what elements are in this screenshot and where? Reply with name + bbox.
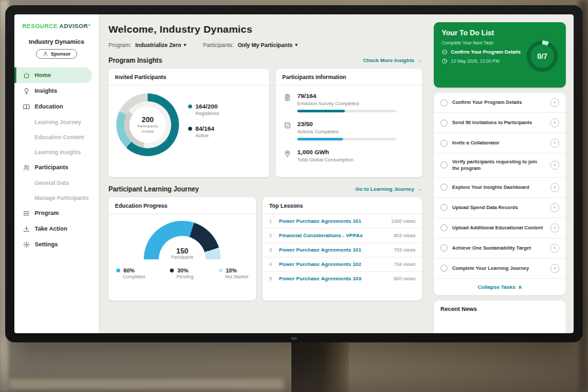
task-checkbox[interactable] (440, 140, 448, 147)
sidebar-item-label: Learning Insights (35, 149, 81, 155)
task-checkbox[interactable] (440, 244, 448, 252)
sidebar-item-general-data[interactable]: General Data (14, 175, 99, 190)
go-to-learning-journey-link[interactable]: Go to Learning Journey → (355, 186, 422, 192)
task-row[interactable]: Upload Spend Data Records › (434, 198, 566, 218)
participants-filter-label: Participants: (203, 42, 234, 48)
people-icon (23, 164, 30, 171)
program-filter-dropdown[interactable]: Industrialize Zero ▾ (135, 42, 186, 48)
stat-value: 1,000 GWh (297, 148, 353, 155)
task-checkbox[interactable] (440, 224, 448, 231)
program-filter-label: Program: (108, 42, 131, 48)
sidebar-item-education[interactable]: Education (14, 99, 99, 114)
legend-value: 30% (177, 267, 188, 274)
lesson-rank: 2 (269, 233, 274, 238)
task-row[interactable]: Explore Your Insights Dashboard › (434, 178, 566, 198)
chevron-right-icon[interactable]: › (550, 139, 559, 148)
lesson-views: 803 views (394, 233, 416, 238)
chevron-right-icon[interactable]: › (550, 223, 559, 233)
check-more-insights-link[interactable]: Check More Insights → (363, 57, 422, 63)
sidebar-item-label: Education (35, 103, 63, 110)
stat-row: 79/164 Emission Survey Completed (284, 92, 414, 112)
chevron-right-icon[interactable]: › (550, 161, 559, 170)
lesson-link[interactable]: Financial Considerations - VPPAs (279, 233, 389, 238)
program-insights-header: Program Insights Check More Insights → (108, 57, 422, 64)
task-row[interactable]: Verify participants requesting to join t… (434, 154, 566, 178)
sidebar-item-settings[interactable]: Settings (14, 237, 99, 252)
task-row[interactable]: Send 50 Invitations to Participants › (434, 113, 566, 133)
task-row[interactable]: Invite a Collaborator › (434, 133, 566, 154)
task-label: Complete Your Learning Journey (452, 265, 546, 272)
chevron-right-icon[interactable]: › (550, 183, 559, 192)
education-gauge-chart: 150 Participants (144, 221, 221, 259)
invited-participants-card: Invited Participants 200 Participants In… (108, 69, 269, 177)
lesson-link[interactable]: Power Purchase Agreements 101 (279, 247, 389, 253)
lesson-link[interactable]: Power Purchase Agreements 102 (279, 261, 389, 267)
chevron-right-icon[interactable]: › (550, 264, 559, 273)
task-checkbox[interactable] (440, 265, 448, 272)
task-label: Invite a Collaborator (452, 140, 546, 146)
legend-item: 164/200 Registered (188, 103, 219, 116)
sidebar-item-manage-participants[interactable]: Manage Participants (14, 190, 99, 205)
main-content: Welcome, Industry Dynamics Program: Indu… (99, 14, 429, 333)
task-checkbox[interactable] (440, 120, 448, 127)
task-checkbox[interactable] (440, 161, 448, 169)
link-label: Check More Insights (363, 57, 414, 63)
sidebar-item-take-action[interactable]: Take Action (14, 221, 99, 237)
lesson-link[interactable]: Power Purchase Agreements 103 (279, 276, 389, 282)
task-checkbox[interactable] (440, 204, 448, 211)
chevron-right-icon[interactable]: › (550, 244, 559, 253)
legend-dot (188, 127, 192, 131)
section-title: Participant Learning Journey (108, 186, 199, 193)
task-label: Upload Additional Educational Content (452, 225, 546, 231)
lesson-link[interactable]: Power Purchase Agreements 101 (279, 218, 386, 224)
legend-item: 60% Completed (116, 267, 145, 279)
sponsor-label: Sponsor (51, 51, 71, 57)
program-filter-value: Industrialize Zero (135, 42, 181, 48)
stat-label: Emission Survey Completed (297, 101, 397, 106)
home-icon (23, 72, 30, 79)
sidebar-item-participants[interactable]: Participants (14, 159, 99, 175)
learning-journey-header: Participant Learning Journey Go to Learn… (108, 186, 422, 193)
link-label: Go to Learning Journey (355, 186, 414, 192)
legend-label: Registered (195, 110, 219, 116)
task-row[interactable]: Achieve One Sustainability Target › (434, 238, 566, 259)
legend-item: 84/164 Active (188, 125, 219, 139)
card-title: Education Progress (108, 197, 256, 214)
participants-filter-dropdown[interactable]: Only My Participants ▾ (238, 42, 298, 48)
donut-center: 200 Participants Invited (129, 106, 166, 143)
collapse-tasks-button[interactable]: Collapse Tasks ∧ (434, 279, 566, 295)
person-icon (42, 51, 48, 57)
todo-progress-ring: 0/7 (527, 41, 558, 72)
sidebar-item-program[interactable]: Program (14, 205, 99, 221)
task-checkbox[interactable] (440, 184, 448, 191)
chevron-right-icon[interactable]: › (550, 118, 559, 127)
task-row[interactable]: Confirm Your Program Details › (434, 93, 566, 113)
task-row[interactable]: Complete Your Learning Journey › (434, 259, 566, 279)
lesson-rank: 1 (269, 218, 274, 224)
section-title: Program Insights (108, 57, 162, 64)
task-label: Send 50 Invitations to Participants (452, 120, 546, 126)
background-desk-strip (9, 379, 284, 389)
dashboard-screen: RESOURCE ADVISOR+ Industry Dynamics Spon… (14, 14, 574, 333)
sidebar-item-label: Learning Journey (35, 119, 81, 125)
stat-value: 23/50 (297, 120, 397, 127)
lesson-views: 734 views (394, 261, 416, 267)
card-title: Participants Information (276, 69, 422, 86)
list-icon (23, 210, 30, 217)
education-progress-card: Education Progress 150 Participants 60% (108, 197, 256, 301)
sidebar-item-home[interactable]: Home (14, 67, 92, 83)
sidebar-item-label: Settings (35, 241, 58, 248)
sidebar-item-insights[interactable]: Insights (14, 83, 99, 99)
chevron-right-icon[interactable]: › (550, 98, 559, 107)
task-checkbox[interactable] (440, 99, 448, 106)
donut-legend: 164/200 Registered 84/164 Active (188, 103, 219, 156)
sidebar-item-education-content[interactable]: Education Content (14, 129, 99, 144)
sidebar-item-learning-journey[interactable]: Learning Journey (14, 114, 99, 129)
chevron-right-icon[interactable]: › (550, 203, 559, 212)
legend-item: 10% Not Started (219, 267, 248, 279)
lesson-row: 1 Power Purchase Agreements 101 1000 vie… (263, 214, 422, 229)
task-row[interactable]: Upload Additional Educational Content › (434, 218, 566, 238)
lesson-views: 1000 views (391, 218, 416, 224)
sidebar-item-learning-insights[interactable]: Learning Insights (14, 144, 99, 159)
invited-donut-chart: 200 Participants Invited (116, 93, 179, 156)
